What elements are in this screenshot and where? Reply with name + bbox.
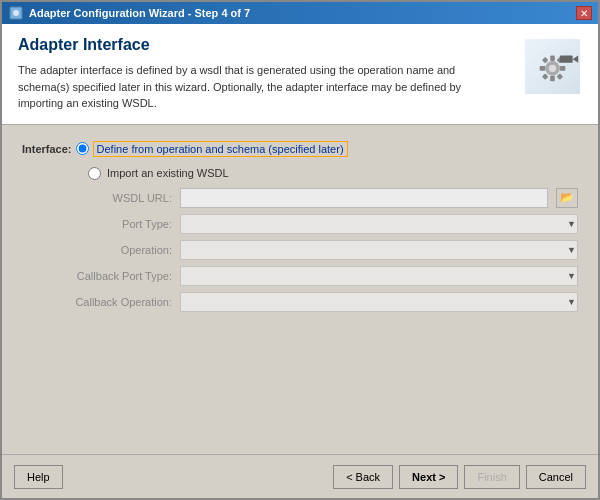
wsdl-url-row: WSDL URL: 📂 (52, 188, 578, 208)
operation-select-wrapper: ▼ (180, 240, 578, 260)
form-section: Interface: Define from operation and sch… (2, 125, 598, 455)
finish-button[interactable]: Finish (464, 465, 519, 489)
callback-port-type-select-wrapper: ▼ (180, 266, 578, 286)
bottom-right: < Back Next > Finish Cancel (333, 465, 586, 489)
cancel-button[interactable]: Cancel (526, 465, 586, 489)
close-button[interactable]: ✕ (576, 6, 592, 20)
title-bar: Adapter Configuration Wizard - Step 4 of… (2, 2, 598, 24)
header-text: Adapter Interface The adapter interface … (18, 36, 522, 112)
wizard-window: Adapter Configuration Wizard - Step 4 of… (0, 0, 600, 500)
operation-label: Operation: (52, 244, 172, 256)
operation-select[interactable] (180, 240, 578, 260)
callback-operation-row: Callback Operation: ▼ (52, 292, 578, 312)
help-button[interactable]: Help (14, 465, 63, 489)
interface-row: Interface: Define from operation and sch… (22, 141, 578, 157)
port-type-select-wrapper: ▼ (180, 214, 578, 234)
radio-import-row: Import an existing WSDL (88, 167, 578, 180)
bottom-left: Help (14, 465, 63, 489)
svg-rect-5 (550, 55, 555, 61)
svg-point-4 (548, 64, 555, 71)
browse-icon: 📂 (560, 191, 574, 204)
port-type-row: Port Type: ▼ (52, 214, 578, 234)
callback-operation-label: Callback Operation: (52, 296, 172, 308)
callback-operation-select-wrapper: ▼ (180, 292, 578, 312)
title-bar-left: Adapter Configuration Wizard - Step 4 of… (8, 5, 250, 21)
callback-port-type-select[interactable] (180, 266, 578, 286)
page-title: Adapter Interface (18, 36, 522, 54)
port-type-label: Port Type: (52, 218, 172, 230)
svg-rect-13 (559, 55, 572, 62)
header-description: The adapter interface is defined by a ws… (18, 62, 498, 112)
svg-rect-8 (539, 66, 545, 71)
callback-port-type-label: Callback Port Type: (52, 270, 172, 282)
bottom-bar: Help < Back Next > Finish Cancel (2, 454, 598, 498)
operation-row: Operation: ▼ (52, 240, 578, 260)
radio-define[interactable] (76, 142, 89, 155)
callback-port-type-row: Callback Port Type: ▼ (52, 266, 578, 286)
port-type-select[interactable] (180, 214, 578, 234)
interface-label: Interface: (22, 143, 72, 155)
radio-define-label: Define from operation and schema (specif… (93, 141, 348, 157)
wsdl-url-label: WSDL URL: (52, 192, 172, 204)
back-button[interactable]: < Back (333, 465, 393, 489)
browse-button[interactable]: 📂 (556, 188, 578, 208)
header-section: Adapter Interface The adapter interface … (2, 24, 598, 125)
svg-rect-6 (550, 75, 555, 81)
callback-operation-select[interactable] (180, 292, 578, 312)
svg-point-1 (13, 10, 19, 16)
title-bar-text: Adapter Configuration Wizard - Step 4 of… (29, 7, 250, 19)
radio-import-label: Import an existing WSDL (107, 167, 229, 179)
wsdl-url-input[interactable] (180, 188, 548, 208)
window-icon (8, 5, 24, 21)
header-icon-area (522, 36, 582, 96)
content-area: Adapter Interface The adapter interface … (2, 24, 598, 498)
svg-rect-7 (559, 66, 565, 71)
radio-import[interactable] (88, 167, 101, 180)
gear-icon (525, 39, 580, 94)
form-fields: WSDL URL: 📂 Port Type: ▼ Operat (52, 188, 578, 312)
next-button[interactable]: Next > (399, 465, 458, 489)
